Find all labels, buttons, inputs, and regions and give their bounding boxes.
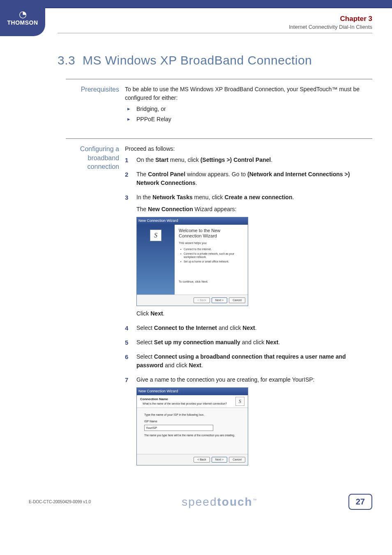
cancel-button[interactable]: Cancel bbox=[229, 297, 245, 304]
step-7: Give a name to the connection you are cr… bbox=[125, 375, 372, 465]
cancel-button[interactable]: Cancel bbox=[229, 457, 245, 463]
next-button[interactable]: Next > bbox=[212, 297, 227, 304]
section-number: 3.3 bbox=[58, 53, 75, 67]
label-prerequisites: Prerequisites bbox=[66, 85, 125, 126]
isp-name-input[interactable]: YourISP bbox=[144, 425, 213, 431]
section-title: 3.3 MS Windows XP BroadBand Connection bbox=[58, 53, 372, 67]
wizard-bullet: Connect to a private network, such as yo… bbox=[180, 252, 244, 259]
isp-type-label: Type the name of your ISP in the followi… bbox=[144, 413, 240, 417]
prereq-list: Bridging, or PPPoE Relay bbox=[125, 105, 372, 124]
block-configuring: Configuring a broadband connection Proce… bbox=[66, 138, 372, 471]
wizard-sidebar-image: S bbox=[137, 225, 175, 295]
back-button[interactable]: < Back bbox=[194, 457, 210, 463]
wizard-heading: Connection Name bbox=[140, 397, 235, 402]
page-number: 27 bbox=[348, 494, 372, 510]
label-configuring: Configuring a broadband connection bbox=[66, 145, 125, 471]
doc-id: E-DOC-CTC-20050429-0099 v1.0 bbox=[29, 500, 91, 504]
chapter-label: Chapter 3 bbox=[289, 15, 372, 23]
wizard-help-text: This wizard helps you: bbox=[179, 241, 244, 246]
top-stripe bbox=[0, 0, 392, 8]
brand-logo: ◔ THOMSON bbox=[0, 7, 45, 36]
isp-name-label: ISP Name bbox=[144, 419, 240, 424]
block-prerequisites: Prerequisites To be able to use the MS W… bbox=[66, 79, 372, 126]
brand-glyph-icon: ◔ bbox=[7, 10, 38, 19]
chapter-subtitle: Internet Connectivity Dial-In Clients bbox=[289, 24, 372, 30]
wizard-welcome-dialog: New Connection Wizard S Welcome to the N… bbox=[136, 217, 248, 306]
footer-brand: speedtouch™ bbox=[182, 495, 258, 509]
wizard-connection-name-dialog: New Connection Wizard Connection Name Wh… bbox=[136, 387, 248, 465]
wizard-subheading: What is the name of the service that pro… bbox=[140, 402, 235, 406]
wizard-bullet: Set up a home or small office network. bbox=[180, 260, 244, 263]
step-2: The Control Panel window appears. Go to … bbox=[125, 170, 372, 187]
step-6: Select Connect using a broadband connect… bbox=[125, 352, 372, 370]
wizard-glyph-icon: S bbox=[239, 398, 241, 405]
wizard-glyph-icon: S bbox=[154, 230, 157, 240]
next-button[interactable]: Next > bbox=[212, 457, 227, 463]
prereq-intro: To be able to use the MS Windows XP Broa… bbox=[125, 85, 372, 102]
wizard-welcome-title: Welcome to the New Connection Wizard bbox=[179, 228, 244, 239]
prereq-item: PPPoE Relay bbox=[125, 115, 372, 124]
page-footer: E-DOC-CTC-20050429-0099 v1.0 speedtouch™… bbox=[29, 494, 372, 510]
wizard-bullet: Connect to the Internet. bbox=[180, 248, 244, 251]
wizard-bullets: Connect to the Internet. Connect to a pr… bbox=[180, 248, 244, 263]
wizard-titlebar: New Connection Wizard bbox=[137, 217, 248, 225]
isp-hint: The name you type here will be the name … bbox=[144, 433, 240, 438]
section-title-text: MS Windows XP BroadBand Connection bbox=[83, 53, 312, 67]
configuring-intro: Proceed as follows: bbox=[125, 145, 372, 153]
step-3: In the Network Tasks menu, click Create … bbox=[125, 193, 372, 318]
steps-list: On the Start menu, click (Settings >) Co… bbox=[125, 156, 372, 465]
wizard-continue-text: To continue, click Next. bbox=[179, 280, 244, 284]
step-4: Select Connect to the Internet and click… bbox=[125, 324, 372, 332]
back-button[interactable]: < Back bbox=[194, 297, 210, 304]
header-rule bbox=[58, 33, 372, 33]
wizard-titlebar: New Connection Wizard bbox=[137, 388, 248, 395]
brand-text: THOMSON bbox=[7, 20, 38, 25]
step-5: Select Set up my connection manually and… bbox=[125, 338, 372, 347]
header-right: Chapter 3 Internet Connectivity Dial-In … bbox=[289, 15, 372, 30]
step-1: On the Start menu, click (Settings >) Co… bbox=[125, 156, 372, 164]
prereq-item: Bridging, or bbox=[125, 105, 372, 113]
